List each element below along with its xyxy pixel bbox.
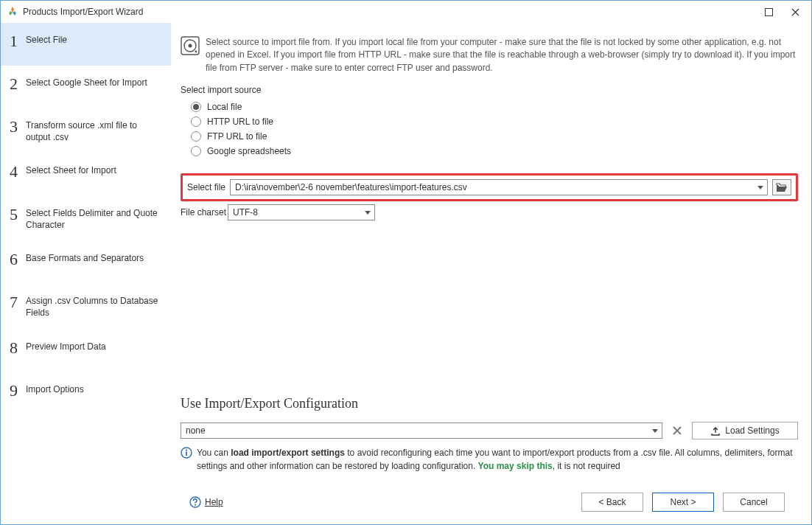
- intro-block: Select source to import file from. If yo…: [181, 36, 798, 74]
- step-1-select-file[interactable]: 1 Select File: [1, 23, 171, 66]
- step-9-options[interactable]: 9 Import Options: [1, 372, 171, 415]
- load-settings-button[interactable]: Load Settings: [692, 422, 798, 439]
- app-icon: [7, 6, 18, 18]
- config-block: Use Import/Export Configuration: [181, 396, 798, 473]
- charset-label: File charset: [181, 207, 228, 218]
- svg-point-6: [186, 450, 187, 451]
- config-dropdown[interactable]: [648, 423, 662, 438]
- config-tip: You can load import/export settings to a…: [181, 447, 798, 473]
- info-icon: [181, 447, 192, 459]
- config-heading: Use Import/Export Configuration: [181, 396, 798, 411]
- svg-rect-7: [186, 452, 187, 456]
- charset-row: File charset: [181, 204, 798, 220]
- caret-down-icon: [652, 429, 658, 433]
- select-file-highlight: Select file: [181, 173, 798, 201]
- charset-combo[interactable]: [228, 204, 375, 220]
- radio-input[interactable]: [191, 131, 201, 142]
- svg-point-9: [195, 504, 196, 506]
- help-icon: [189, 496, 201, 508]
- caret-down-icon: [757, 186, 763, 190]
- radio-input[interactable]: [191, 117, 201, 127]
- step-8-preview[interactable]: 8 Preview Import Data: [1, 330, 171, 372]
- close-button[interactable]: [782, 1, 808, 22]
- intro-text: Select source to import file from. If yo…: [206, 36, 798, 74]
- folder-open-icon: [776, 183, 788, 192]
- charset-input[interactable]: [228, 206, 361, 219]
- back-button[interactable]: < Back: [581, 493, 643, 512]
- main-panel: Select source to import file from. If yo…: [172, 23, 811, 524]
- step-7-assign-columns[interactable]: 7 Assign .csv Columns to Database Fields: [1, 284, 171, 329]
- select-file-label: Select file: [187, 182, 230, 192]
- svg-rect-0: [765, 8, 772, 15]
- disk-icon: [181, 36, 200, 55]
- svg-point-4: [195, 51, 197, 53]
- charset-dropdown[interactable]: [361, 205, 374, 220]
- config-input[interactable]: [181, 424, 648, 437]
- footer: Help < Back Next > Cancel: [181, 480, 798, 524]
- upload-icon: [710, 425, 721, 436]
- step-2-select-google-sheet[interactable]: 2 Select Google Sheet for Import: [1, 66, 171, 108]
- config-combo[interactable]: [181, 423, 662, 439]
- radio-input[interactable]: [191, 146, 201, 156]
- window-title: Products Import/Export Wizard: [23, 7, 143, 17]
- close-icon: [673, 426, 682, 435]
- next-button[interactable]: Next >: [652, 493, 714, 512]
- radio-google-sheets[interactable]: Google spreadsheets: [191, 146, 798, 156]
- radio-input[interactable]: [191, 102, 201, 112]
- step-3-transform-xml[interactable]: 3 Transform source .xml file to output .…: [1, 108, 171, 153]
- wizard-steps-sidebar: 1 Select File 2 Select Google Sheet for …: [1, 23, 172, 524]
- radio-http-url[interactable]: HTTP URL to file: [191, 117, 798, 127]
- caret-down-icon: [365, 211, 371, 215]
- step-6-formats[interactable]: 6 Base Formats and Separators: [1, 241, 171, 284]
- svg-point-3: [189, 44, 192, 48]
- cancel-button[interactable]: Cancel: [723, 493, 785, 512]
- radio-local-file[interactable]: Local file: [191, 102, 798, 112]
- titlebar: Products Import/Export Wizard: [1, 1, 811, 23]
- help-link[interactable]: Help: [189, 496, 223, 508]
- browse-file-button[interactable]: [772, 179, 791, 195]
- file-path-dropdown[interactable]: [754, 180, 767, 195]
- step-5-delimiter[interactable]: 5 Select Fields Delimiter and Quote Char…: [1, 196, 171, 241]
- file-path-input[interactable]: [231, 181, 754, 194]
- file-path-combo[interactable]: [230, 179, 768, 195]
- step-4-select-sheet[interactable]: 4 Select Sheet for Import: [1, 153, 171, 196]
- config-tip-text: You can load import/export settings to a…: [197, 447, 794, 473]
- import-source-heading: Select import source: [181, 85, 798, 95]
- wizard-window: Products Import/Export Wizard 1 Select F…: [0, 0, 812, 525]
- maximize-button[interactable]: [755, 1, 782, 22]
- clear-config-button[interactable]: [668, 422, 686, 439]
- radio-ftp-url[interactable]: FTP URL to file: [191, 131, 798, 142]
